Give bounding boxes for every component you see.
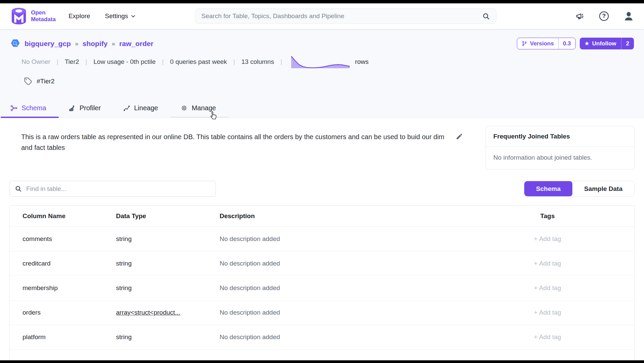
find-in-table[interactable] xyxy=(9,181,216,197)
column-description: No description added xyxy=(207,260,491,267)
entity-tags[interactable]: #Tier2 xyxy=(24,77,54,86)
tab-profiler[interactable]: Profiler xyxy=(68,98,101,118)
version-number: 0.3 xyxy=(558,38,575,49)
column-type: string xyxy=(103,260,207,267)
entity-actions: Versions 0.3 ★ Unfollow 2 xyxy=(517,38,634,49)
description-section: This is a raw orders table as represente… xyxy=(9,126,635,169)
column-type: string xyxy=(103,333,207,341)
column-type: string xyxy=(103,284,207,292)
column-description: No description added xyxy=(207,284,491,292)
profiler-tab-icon xyxy=(68,105,76,112)
table-row-partial xyxy=(10,350,634,360)
rows-label: rows xyxy=(355,58,369,66)
column-type-expand-link[interactable]: array<struct<product... xyxy=(116,309,180,316)
breadcrumb-table[interactable]: raw_order xyxy=(119,40,154,48)
edit-description-button[interactable] xyxy=(456,133,463,142)
add-tag-button[interactable]: + Add tag xyxy=(534,235,561,242)
column-description: No description added xyxy=(207,309,491,316)
breadcrumb: bigquery_gcp » shopify » raw_order xyxy=(10,38,153,49)
entity-tabbar: Schema Profiler Lineage Manage xyxy=(0,98,644,118)
tab-schema[interactable]: Schema xyxy=(10,98,46,118)
user-menu[interactable] xyxy=(623,11,634,22)
follower-count: 2 xyxy=(621,38,634,49)
search-icon[interactable] xyxy=(482,12,490,20)
screen: Open Metadata Explore Settings ? xyxy=(0,0,644,363)
global-search[interactable] xyxy=(195,8,496,24)
app-viewport: Open Metadata Explore Settings ? xyxy=(0,3,644,360)
global-search-input[interactable] xyxy=(201,12,482,20)
tag-icon xyxy=(24,77,32,86)
tab-manage[interactable]: Manage xyxy=(180,98,216,118)
logo-text: Open Metadata xyxy=(31,9,56,23)
add-tag-button[interactable]: + Add tag xyxy=(534,309,561,316)
versions-label: Versions xyxy=(530,40,554,47)
versions-button[interactable]: Versions 0.3 xyxy=(517,38,576,49)
entity-header: bigquery_gcp » shopify » raw_order Versi… xyxy=(10,38,634,49)
column-description: No description added xyxy=(207,333,491,341)
frequently-joined-tables-title: Frequently Joined Tables xyxy=(486,126,634,147)
column-description: No description added xyxy=(207,235,491,243)
breadcrumb-service[interactable]: bigquery_gcp xyxy=(25,40,71,48)
owner-label: No Owner xyxy=(22,58,50,66)
help-icon: ? xyxy=(599,11,609,21)
column-name: membership xyxy=(10,284,103,292)
search-icon xyxy=(15,185,22,192)
breadcrumb-database[interactable]: shopify xyxy=(82,40,108,48)
unfollow-label: Unfollow xyxy=(592,40,616,47)
schema-tab-icon xyxy=(10,104,18,112)
usage-label: Low usage - 0th pctile xyxy=(93,58,156,66)
chevron-down-icon xyxy=(130,13,136,19)
add-tag-button[interactable]: + Add tag xyxy=(534,333,561,340)
column-name: platform xyxy=(10,333,103,341)
column-name: orders xyxy=(10,309,103,316)
column-name: creditcard xyxy=(10,260,103,267)
megaphone-icon xyxy=(575,12,584,21)
rows-sparkline xyxy=(291,54,350,70)
tier-label: Tier2 xyxy=(65,58,79,66)
lineage-tab-icon xyxy=(123,105,130,112)
header-column-name: Column Name xyxy=(10,212,103,220)
schema-tab-content: This is a raw orders table as represente… xyxy=(0,118,644,360)
pencil-icon xyxy=(456,133,463,140)
table-row: membership string No description added +… xyxy=(10,276,634,300)
header-description: Description xyxy=(207,212,491,220)
nav-settings-label: Settings xyxy=(105,12,128,20)
table-row: platform string No description added + A… xyxy=(10,325,634,350)
nav-explore[interactable]: Explore xyxy=(69,12,90,20)
header-tags: Tags xyxy=(491,212,634,220)
gear-icon xyxy=(180,104,188,112)
entity-meta-row: No Owner | Tier2 | Low usage - 0th pctil… xyxy=(22,54,634,70)
table-row: orders array<struct<product... No descri… xyxy=(10,300,634,325)
announcements-button[interactable] xyxy=(575,12,584,21)
frequently-joined-tables-card: Frequently Joined Tables No information … xyxy=(486,126,635,169)
table-row: comments string No description added + A… xyxy=(10,227,634,251)
view-toggle-schema[interactable]: Schema xyxy=(524,181,572,196)
top-navbar: Open Metadata Explore Settings ? xyxy=(0,3,644,29)
openmetadata-logo[interactable]: Open Metadata xyxy=(10,7,56,26)
table-description: This is a raw orders table as represente… xyxy=(21,131,448,153)
schema-table: Column Name Data Type Description Tags c… xyxy=(9,205,635,360)
unfollow-button[interactable]: ★ Unfollow 2 xyxy=(580,38,634,49)
tab-lineage[interactable]: Lineage xyxy=(123,98,158,118)
user-avatar-icon xyxy=(623,11,634,22)
nav-settings[interactable]: Settings xyxy=(105,12,136,20)
find-in-table-input[interactable] xyxy=(26,185,211,193)
table-row: creditcard string No description added +… xyxy=(10,251,634,276)
add-tag-button[interactable]: + Add tag xyxy=(534,284,561,291)
column-type: string xyxy=(103,235,207,243)
navbar-right: ? xyxy=(575,11,634,22)
main-nav: Explore Settings xyxy=(69,12,136,20)
tag-label: #Tier2 xyxy=(37,78,54,85)
add-tag-button[interactable]: + Add tag xyxy=(534,260,561,267)
git-branch-icon xyxy=(522,41,527,46)
column-name: comments xyxy=(10,235,103,243)
openmetadata-logo-icon xyxy=(10,7,28,26)
breadcrumb-separator: » xyxy=(75,40,79,47)
view-toggle-sample-data[interactable]: Sample Data xyxy=(572,181,634,196)
header-data-type: Data Type xyxy=(103,212,207,220)
frequently-joined-tables-empty: No information about joined tables. xyxy=(486,147,634,169)
star-icon: ★ xyxy=(584,41,590,46)
help-button[interactable]: ? xyxy=(599,11,609,21)
table-controls: Schema Sample Data xyxy=(9,181,635,197)
queries-label: 0 queries past week xyxy=(170,58,227,66)
